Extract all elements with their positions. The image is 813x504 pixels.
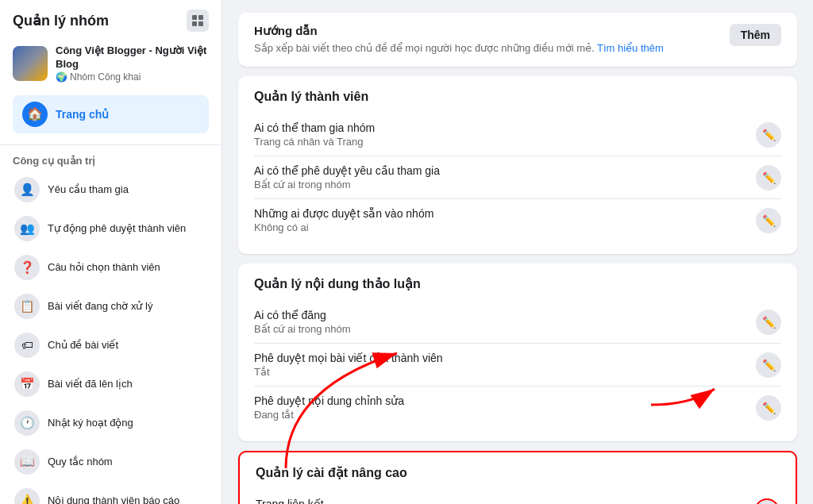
nav-icon-bai-viet-lich: 📅 [14, 371, 40, 397]
sidebar-item-noi-dung-bao-cao[interactable]: ⚠️ Nội dung thành viên báo cáo [5, 482, 217, 504]
setting-info: Ai có thể phê duyệt yêu cầu tham gia Bất… [254, 164, 440, 190]
grid-icon[interactable] [187, 10, 209, 32]
setting-row: Ai có thể tham gia nhóm Trang cá nhân và… [254, 113, 781, 156]
edit-button[interactable]: ✏️ [756, 122, 781, 148]
setting-row: Phê duyệt mọi bài viết của thành viên Tắ… [254, 344, 781, 387]
setting-label: Phê duyệt nội dung chỉnh sửa [254, 394, 404, 407]
group-info: Công Việt Blogger - Người Việt Blog 🌍 Nh… [13, 40, 209, 87]
setting-row: Những ai được duyệt sẵn vào nhóm Không c… [254, 199, 781, 241]
edit-button[interactable]: ✏️ [756, 395, 781, 421]
pencil-icon: ✏️ [762, 129, 776, 141]
setting-row: Trang liên kết Chưa có Trang liên kết nà… [256, 490, 780, 504]
nav-label-cau-hoi: Câu hỏi chọn thành viên [48, 261, 160, 273]
nav-icon-bai-viet-cho: 📋 [14, 294, 40, 319]
setting-value: Không có ai [254, 221, 433, 233]
nav-label-yeu-cau: Yêu cầu tham gia [48, 183, 129, 195]
pencil-icon: ✏️ [762, 171, 776, 184]
pencil-icon: ✏️ [762, 359, 776, 371]
group-details: Công Việt Blogger - Người Việt Blog 🌍 Nh… [56, 44, 209, 83]
sidebar-item-quy-tac[interactable]: 📖 Quy tắc nhóm [5, 443, 217, 481]
top-card-desc: Sắp xếp bài viết theo chủ đề để mọi ngườ… [254, 41, 664, 56]
top-card-text: Hướng dẫn Sắp xếp bài viết theo chủ đề đ… [254, 24, 664, 56]
advanced-rows: Trang liên kết Chưa có Trang liên kết nà… [256, 490, 780, 504]
setting-info: Ai có thể tham gia nhóm Trang cá nhân và… [254, 121, 375, 148]
svg-rect-1 [198, 15, 203, 20]
home-icon: 🏠 [22, 102, 48, 127]
nav-items: 👤 Yêu cầu tham gia 👥 Tự động phê duyệt t… [0, 170, 222, 504]
home-link[interactable]: 🏠 Trang chủ [13, 95, 209, 133]
nav-icon-yeu-cau: 👤 [14, 177, 40, 202]
content-card: Quản lý nội dung thảo luận Ai có thể đăn… [238, 264, 797, 441]
edit-button[interactable]: ✏️ [756, 208, 781, 233]
group-name: Công Việt Blogger - Người Việt Blog [56, 44, 209, 71]
nav-label-noi-dung-bao-cao: Nội dung thành viên báo cáo [48, 494, 179, 504]
group-type: 🌍 Nhóm Công khai [56, 71, 209, 83]
setting-label: Những ai được duyệt sẵn vào nhóm [254, 207, 433, 220]
setting-row: Ai có thể đăng Bất cứ ai trong nhóm ✏️ [254, 301, 781, 344]
main-content: Hướng dẫn Sắp xếp bài viết theo chủ đề đ… [222, 0, 813, 504]
main-wrapper: Hướng dẫn Sắp xếp bài viết theo chủ đề đ… [222, 0, 813, 504]
sidebar-item-tu-dong[interactable]: 👥 Tự động phê duyệt thành viên [5, 210, 217, 248]
nav-label-quy-tac: Quy tắc nhóm [48, 456, 113, 467]
nav-icon-nhat-ky: 🕐 [14, 410, 40, 436]
nav-label-bai-viet-cho: Bài viết đang chờ xử lý [48, 300, 152, 312]
sidebar-item-cau-hoi[interactable]: ❓ Câu hỏi chọn thành viên [5, 248, 217, 287]
setting-info: Phê duyệt nội dung chỉnh sửa Đang tắt [254, 394, 404, 421]
svg-rect-3 [198, 21, 203, 26]
edit-button[interactable]: ✏️ [756, 310, 781, 335]
edit-button[interactable]: ✏️ [756, 352, 781, 378]
nav-icon-noi-dung-bao-cao: ⚠️ [14, 488, 40, 504]
nav-label-nhat-ky: Nhật ký hoạt động [48, 417, 133, 429]
members-section-title: Quản lý thành viên [254, 89, 781, 104]
setting-value: Trang cá nhân và Trang [254, 136, 375, 148]
sidebar-item-bai-viet-cho[interactable]: 📋 Bài viết đang chờ xử lý [5, 287, 217, 325]
sidebar-item-yeu-cau[interactable]: 👤 Yêu cầu tham gia [5, 171, 217, 209]
setting-row: Ai có thể phê duyệt yêu cầu tham gia Bất… [254, 156, 781, 199]
edit-button[interactable]: ✏️ [754, 498, 780, 504]
nav-label-bai-viet-lich: Bài viết đã lên lịch [48, 378, 133, 390]
setting-value: Đang tắt [254, 409, 404, 421]
members-card: Quản lý thành viên Ai có thể tham gia nh… [238, 76, 797, 254]
sidebar: Quản lý nhóm Công Việt Blogger - Người V… [0, 0, 222, 504]
home-label: Trang chủ [56, 108, 109, 121]
setting-info: Ai có thể đăng Bất cứ ai trong nhóm [254, 309, 351, 335]
sidebar-item-nhat-ky[interactable]: 🕐 Nhật ký hoạt động [5, 404, 217, 442]
nav-label-chu-de: Chủ đề bài viết [48, 339, 118, 351]
setting-info: Trang liên kết Chưa có Trang liên kết nà… [256, 498, 380, 504]
sidebar-header: Quản lý nhóm Công Việt Blogger - Người V… [0, 0, 222, 145]
setting-label: Trang liên kết [256, 498, 380, 504]
top-card: Hướng dẫn Sắp xếp bài viết theo chủ đề đ… [238, 13, 797, 67]
group-avatar [13, 46, 48, 81]
section-title: Công cụ quản trị [0, 145, 222, 170]
setting-row: Phê duyệt nội dung chỉnh sửa Đang tắt ✏️ [254, 387, 781, 429]
setting-label: Ai có thể tham gia nhóm [254, 121, 375, 134]
nav-icon-chu-de: 🏷 [14, 333, 40, 358]
pencil-icon: ✏️ [762, 316, 776, 329]
learn-more-link[interactable]: Tìm hiểu thêm [597, 42, 664, 54]
pencil-icon: ✏️ [762, 214, 776, 227]
setting-label: Ai có thể phê duyệt yêu cầu tham gia [254, 164, 440, 177]
setting-label: Phê duyệt mọi bài viết của thành viên [254, 352, 443, 364]
sidebar-title: Quản lý nhóm [13, 10, 209, 32]
them-button[interactable]: Thêm [730, 24, 781, 46]
setting-value: Bất cứ ai trong nhóm [254, 323, 351, 335]
setting-label: Ai có thể đăng [254, 309, 351, 321]
sidebar-item-chu-de[interactable]: 🏷 Chủ đề bài viết [5, 326, 217, 364]
setting-info: Những ai được duyệt sẵn vào nhóm Không c… [254, 207, 433, 233]
svg-rect-0 [192, 15, 197, 20]
sidebar-item-bai-viet-lich[interactable]: 📅 Bài viết đã lên lịch [5, 365, 217, 403]
setting-info: Phê duyệt mọi bài viết của thành viên Tắ… [254, 352, 443, 378]
setting-value: Tắt [254, 366, 443, 378]
setting-value: Bất cứ ai trong nhóm [254, 179, 440, 190]
pencil-icon: ✏️ [762, 402, 776, 414]
nav-icon-cau-hoi: ❓ [14, 255, 40, 280]
sidebar-title-text: Quản lý nhóm [13, 12, 109, 29]
members-rows: Ai có thể tham gia nhóm Trang cá nhân và… [254, 113, 781, 241]
advanced-section-title: Quản lý cài đặt nâng cao [256, 465, 780, 480]
content-rows: Ai có thể đăng Bất cứ ai trong nhóm ✏️ P… [254, 301, 781, 429]
edit-button[interactable]: ✏️ [756, 165, 781, 190]
svg-rect-2 [192, 21, 197, 26]
nav-icon-tu-dong: 👥 [14, 216, 40, 241]
advanced-card: Quản lý cài đặt nâng cao Trang liên kết … [238, 451, 797, 504]
nav-icon-quy-tac: 📖 [14, 449, 40, 475]
